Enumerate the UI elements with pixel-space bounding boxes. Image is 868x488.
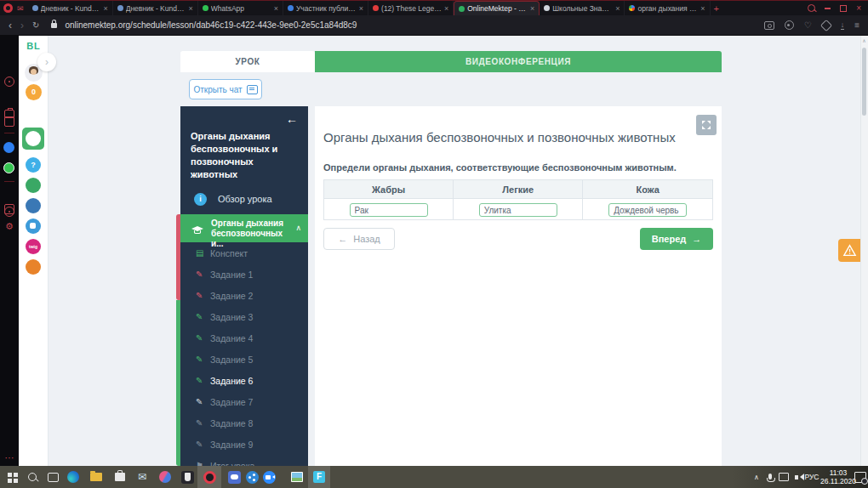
browser-tab-whatsapp[interactable]: WhatsApp × [198, 1, 283, 16]
notification-count-badge[interactable]: 0 [26, 84, 42, 100]
sidebar-item-task-5[interactable]: ✎ Задание 5 [180, 349, 308, 370]
back-button[interactable]: ← Назад [323, 228, 395, 250]
kundelik-favicon [32, 5, 38, 11]
sidebar-item-task-9[interactable]: ✎ Задание 9 [180, 434, 308, 455]
sidebar-item-task-7[interactable]: ✎ Задание 7 [180, 391, 308, 412]
app-imektep-icon[interactable] [26, 259, 41, 275]
app-twig-icon[interactable]: twig [26, 239, 41, 254]
sidebar-item-task-1[interactable]: ✎ Задание 1 [180, 264, 308, 285]
tray-clock[interactable]: 11:03 26.11.2020 [819, 466, 857, 488]
opera-logo-icon[interactable] [3, 3, 13, 13]
rail-overflow-icon[interactable]: ⋯ [4, 452, 14, 462]
start-button[interactable] [2, 466, 22, 488]
tab-lesson[interactable]: УРОК [180, 51, 315, 72]
restore-button[interactable] [840, 5, 847, 12]
taskbar-file-explorer[interactable] [86, 466, 106, 488]
forward-nav-icon[interactable]: › [20, 20, 24, 31]
sidebar-item-task-8[interactable]: ✎ Задание 8 [180, 412, 308, 434]
answer-input-skin[interactable] [608, 203, 687, 217]
app-bilimland-icon[interactable] [26, 178, 41, 193]
gear-icon[interactable]: ⚙ [4, 221, 14, 231]
taskbar-photos-app[interactable] [155, 466, 175, 488]
tray-notifications[interactable] [854, 466, 867, 488]
sidebar-item-task-2[interactable]: ✎ Задание 2 [180, 285, 308, 306]
browser-tab-google-search[interactable]: орган дыхания дождевых × [625, 1, 710, 16]
wallet-icon[interactable] [820, 19, 832, 31]
taskbar-opera-active[interactable] [197, 466, 221, 488]
taskbar-store[interactable] [110, 466, 130, 488]
browser-tab-znanija[interactable]: Школьные Знания.com - × [540, 1, 625, 16]
tray-network[interactable] [777, 466, 791, 488]
fullscreen-expand-button[interactable] [696, 115, 717, 135]
sidebar-item-task-4[interactable]: ✎ Задание 4 [180, 327, 308, 349]
sidebar-item-summary[interactable]: ⚑ Итог урока [180, 455, 308, 466]
back-nav-icon[interactable]: ‹ [9, 20, 12, 31]
tray-volume[interactable] [791, 466, 802, 488]
tab-close-icon[interactable]: × [615, 4, 620, 13]
help-badge[interactable]: ? [26, 157, 41, 173]
app-bilimbook-icon[interactable] [26, 198, 41, 213]
task-instruction: Определи органы дыхания, соответствующие… [323, 162, 677, 173]
search-icon[interactable] [808, 4, 815, 12]
sidebar-item-task-6-current[interactable]: ✎ Задание 6 [180, 370, 308, 391]
tab-close-icon[interactable]: × [189, 4, 193, 13]
bookmark-heart-icon[interactable]: ♡ [804, 21, 812, 30]
tab-title: OnlineMektep - BilimLand [467, 4, 528, 13]
app-itest-icon[interactable] [26, 218, 41, 234]
taskbar-search-button[interactable] [22, 466, 43, 488]
mail-icon[interactable]: ✉ [17, 4, 24, 13]
browser-tab-kundelik-2[interactable]: Дневник - Kundelik.kz × [113, 1, 198, 16]
taskbar-mail[interactable]: ✉ [132, 466, 152, 488]
taskbar-zoom[interactable] [259, 466, 279, 488]
taskbar-picture-viewer[interactable] [287, 466, 307, 488]
scrollbar-thumb[interactable] [862, 48, 866, 116]
lock-icon[interactable] [51, 23, 57, 28]
close-window-button[interactable]: × [856, 4, 861, 13]
tray-microphone[interactable] [764, 466, 776, 488]
tray-chevron[interactable]: ∧ [751, 466, 762, 488]
scrollbar-up-arrow[interactable]: ∧ [861, 37, 867, 43]
report-problem-button[interactable] [838, 239, 861, 262]
sidebar-item-task-3[interactable]: ✎ Задание 3 [180, 306, 308, 327]
speed-dial-icon[interactable] [4, 77, 14, 87]
taskbar-epic-games[interactable] [177, 466, 197, 488]
answer-input-gills[interactable] [350, 203, 428, 217]
chat-panel-icon[interactable] [4, 116, 14, 127]
task-view-button[interactable] [43, 466, 63, 488]
browser-tab-kundelik-1[interactable]: Дневник - Kundelik.kz × [28, 1, 113, 16]
open-chat-button[interactable]: Открыть чат [189, 79, 262, 99]
browser-menu-icon[interactable]: ≡ [854, 21, 859, 30]
taskbar-edge[interactable] [63, 466, 83, 488]
tray-language[interactable]: РУС [802, 466, 821, 488]
whatsapp-rail-icon[interactable] [3, 162, 14, 173]
minimize-button[interactable] [825, 8, 831, 9]
tab-videoconference[interactable]: ВИДЕОКОНФЕРЕНЦИЯ [315, 51, 722, 72]
taskbar-fortnite-active[interactable]: F [308, 466, 330, 488]
sidebar-item-overview[interactable]: i Обзор урока [180, 186, 308, 212]
tab-close-icon[interactable]: × [359, 4, 363, 13]
snapshot-icon[interactable] [764, 21, 774, 30]
back-arrow-icon[interactable]: ← [286, 113, 298, 125]
tab-close-icon[interactable]: × [530, 4, 534, 13]
expand-rail-chevron[interactable]: › [37, 53, 56, 71]
browser-tab-youtube[interactable]: (12) These Legendary Fortn × [368, 1, 454, 16]
tab-close-icon[interactable]: × [103, 4, 107, 13]
app-onlinemektep-selected[interactable] [22, 128, 44, 150]
reload-icon[interactable]: ↻ [32, 20, 39, 31]
extensions-box-icon[interactable] [4, 204, 14, 214]
window-controls: × [808, 4, 861, 13]
tab-close-icon[interactable]: × [700, 4, 705, 13]
url-text[interactable]: onlinemektep.org/schedule/lesson/dab46c1… [65, 20, 357, 30]
next-button[interactable]: Вперед → [640, 228, 713, 250]
tab-close-icon[interactable]: × [444, 4, 448, 13]
sidebar-section-current[interactable]: Органы дыхания беспозвоночных и... ∧ [180, 214, 308, 242]
browser-tab-onlinemektep-active[interactable]: OnlineMektep - BilimLand × [454, 1, 540, 16]
answer-input-lungs[interactable] [479, 203, 557, 217]
new-tab-button[interactable]: + [714, 3, 719, 14]
vpn-badge-icon[interactable] [785, 20, 794, 30]
tab-close-icon[interactable]: × [274, 4, 278, 13]
sidebar-item-konspekt[interactable]: ▤ Конспект [180, 242, 308, 264]
messenger-icon[interactable] [3, 142, 14, 153]
download-icon[interactable]: ↓ [841, 21, 845, 30]
browser-tab-zoom[interactable]: Участник публикации - Z × [283, 1, 368, 16]
